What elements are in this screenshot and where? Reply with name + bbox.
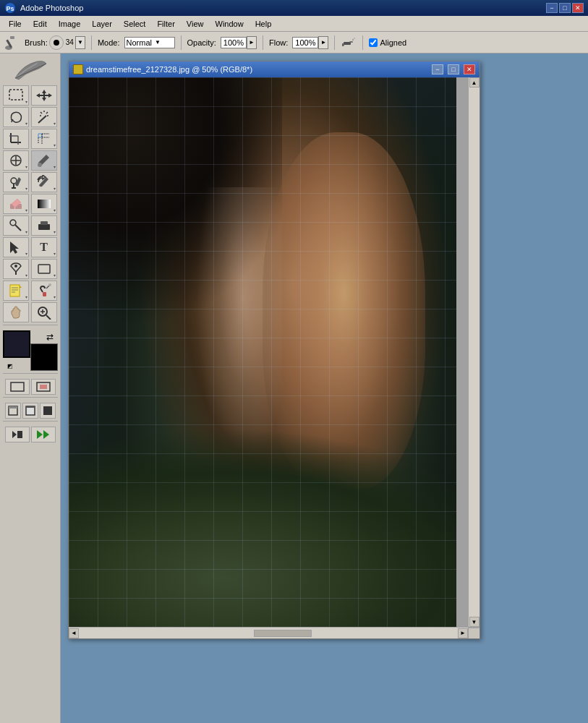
svg-rect-11: [9, 90, 22, 100]
scroll-down-arrow[interactable]: ▼: [469, 617, 480, 627]
scroll-left-arrow[interactable]: ◄: [69, 628, 79, 638]
standard-screen-button[interactable]: [5, 403, 21, 419]
svg-marker-51: [20, 286, 22, 288]
tool-separator-2: [3, 373, 58, 374]
brush-dropdown-arrow[interactable]: ▼: [75, 36, 85, 49]
tool-eyedropper[interactable]: ▾: [31, 281, 57, 301]
reset-colors-icon[interactable]: ◩: [7, 363, 13, 369]
tool-pen[interactable]: ▾: [3, 259, 29, 279]
document-title-bar[interactable]: dreamstimefree_2127328.jpg @ 50% (RGB/8*…: [69, 61, 480, 77]
svg-marker-69: [37, 430, 43, 439]
quick-mask-button[interactable]: [31, 379, 56, 395]
menu-layer[interactable]: Layer: [86, 18, 118, 30]
action-section: [3, 427, 58, 442]
scroll-up-arrow[interactable]: ▲: [469, 77, 480, 87]
minimize-button[interactable]: −: [546, 3, 558, 13]
main-area: ▾ ▾: [0, 54, 588, 723]
tool-brush[interactable]: ▾: [31, 150, 57, 171]
aligned-label: Aligned: [380, 38, 406, 47]
tool-eraser[interactable]: ▾: [3, 194, 29, 214]
tool-notes[interactable]: ▾: [3, 281, 29, 301]
flow-arrow[interactable]: ►: [318, 36, 328, 49]
document-canvas-area: ▲ ▼ ◄ ►: [69, 77, 480, 638]
tool-lasso[interactable]: ▾: [3, 107, 29, 127]
window-controls: − □ ✕: [546, 3, 584, 13]
svg-point-45: [14, 265, 17, 268]
full-screen-button[interactable]: [40, 403, 56, 419]
menu-select[interactable]: Select: [118, 18, 152, 30]
svg-rect-66: [43, 406, 52, 415]
vertical-scrollbar[interactable]: ▲ ▼: [468, 77, 480, 627]
scrollbar-thumb-h[interactable]: [254, 630, 312, 637]
swap-colors-icon[interactable]: ⇄: [46, 332, 54, 342]
document-icon: [73, 64, 83, 74]
brush-tool-icon: [4, 35, 20, 51]
menu-filter[interactable]: Filter: [151, 18, 180, 30]
svg-rect-4: [10, 36, 14, 39]
tool-sharpen[interactable]: ▾: [31, 215, 57, 236]
brush-preview[interactable]: [49, 35, 64, 50]
tool-separator-1: [3, 325, 58, 325]
standard-mode-button[interactable]: [5, 379, 30, 395]
tool-magic-wand[interactable]: ▾: [31, 107, 57, 127]
tool-healing[interactable]: ▾: [3, 150, 29, 171]
close-button[interactable]: ✕: [572, 3, 584, 13]
tool-marquee[interactable]: ▾: [3, 85, 29, 106]
svg-line-17: [41, 112, 42, 114]
tool-dodge[interactable]: ▾: [3, 215, 29, 236]
mask-mode-section: [3, 379, 58, 395]
menu-window[interactable]: Window: [210, 18, 250, 30]
separator-1: [91, 35, 92, 50]
mode-dropdown[interactable]: Normal ▼: [124, 37, 175, 48]
canvas[interactable]: [69, 77, 456, 627]
menu-help[interactable]: Help: [250, 18, 278, 30]
menu-bar: File Edit Image Layer Select Filter View…: [0, 16, 588, 32]
tool-crop[interactable]: [3, 129, 29, 149]
opacity-arrow[interactable]: ►: [247, 36, 257, 49]
mode-label: Mode:: [98, 38, 120, 47]
tool-shape[interactable]: ▾: [31, 259, 57, 279]
document-window: dreamstimefree_2127328.jpg @ 50% (RGB/8*…: [68, 61, 480, 639]
svg-rect-59: [11, 382, 24, 391]
tool-slice[interactable]: ▾: [31, 129, 57, 149]
tool-move[interactable]: [31, 85, 57, 106]
menu-edit[interactable]: Edit: [27, 18, 53, 30]
full-screen-menu-button[interactable]: [22, 403, 38, 419]
tool-gradient[interactable]: ▾: [31, 194, 57, 214]
svg-line-13: [12, 119, 12, 122]
background-color[interactable]: [30, 343, 58, 371]
color-section: ⇄ ◩: [3, 330, 58, 371]
flow-label: Flow:: [269, 38, 288, 47]
foreground-color[interactable]: [3, 330, 30, 358]
app-title-text: Adobe Photoshop: [20, 4, 83, 12]
tool-type[interactable]: T ▾: [31, 237, 57, 257]
airbrush-button[interactable]: [341, 35, 357, 51]
maximize-button[interactable]: □: [559, 3, 571, 13]
horizontal-scrollbar: ◄ ►: [69, 627, 480, 638]
document-maximize-button[interactable]: □: [448, 64, 459, 74]
flow-value[interactable]: 100%: [292, 37, 318, 48]
opacity-control: 100% ►: [221, 36, 257, 49]
flow-control: 100% ►: [292, 36, 328, 49]
svg-rect-61: [40, 385, 47, 389]
document-minimize-button[interactable]: −: [432, 64, 443, 74]
tool-clone-stamp[interactable]: ▾: [3, 172, 29, 192]
opacity-label: Opacity:: [187, 38, 216, 47]
svg-marker-70: [43, 430, 49, 439]
opacity-value[interactable]: 100%: [221, 37, 247, 48]
aligned-checkbox[interactable]: [369, 38, 378, 47]
brush-size-value: 34: [66, 38, 74, 46]
tool-hand[interactable]: [3, 302, 29, 322]
document-close-button[interactable]: ✕: [464, 64, 475, 74]
menu-file[interactable]: File: [3, 18, 27, 30]
svg-line-56: [46, 315, 51, 320]
scroll-right-arrow[interactable]: ►: [458, 628, 468, 638]
action-button-2[interactable]: [31, 427, 56, 442]
tool-path-select[interactable]: ▾: [3, 237, 29, 257]
tool-history-brush[interactable]: ▾: [31, 172, 57, 192]
menu-view[interactable]: View: [181, 18, 210, 30]
tool-zoom[interactable]: [31, 302, 57, 322]
action-button-1[interactable]: [5, 427, 30, 442]
menu-image[interactable]: Image: [53, 18, 87, 30]
separator-3: [263, 35, 263, 50]
